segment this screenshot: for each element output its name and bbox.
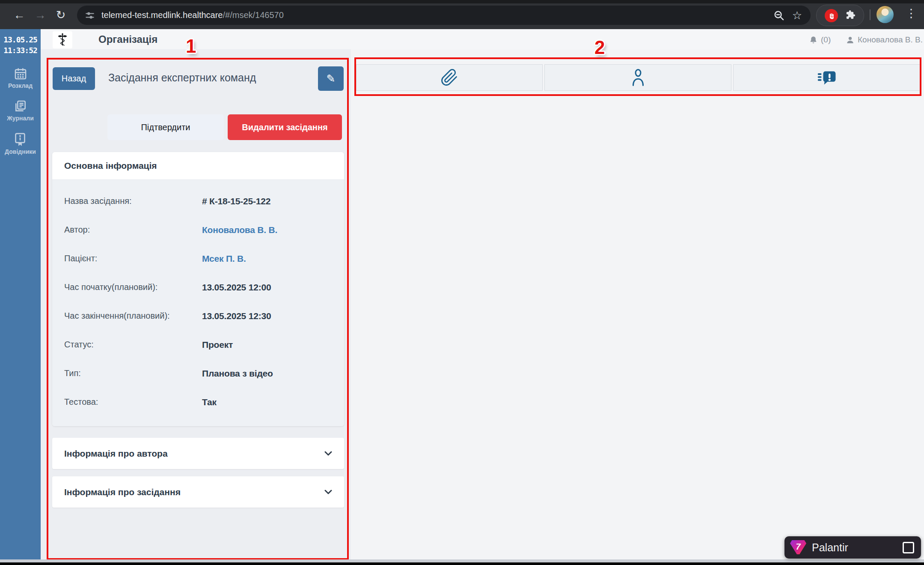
author-link[interactable]: Коновалова В. В.: [202, 225, 277, 235]
screen-bottom-edge: [0, 562, 924, 565]
chevron-down-icon: [324, 451, 332, 456]
clock-date: 13.05.25: [0, 34, 41, 45]
notifications-count: (0): [821, 35, 831, 45]
field-row: Час закінчення(плановий): 13.05.2025 12:…: [52, 302, 344, 330]
field-label: Час закінчення(плановий):: [52, 311, 202, 321]
card-title: Основна інформація: [52, 152, 344, 180]
extensions-icon[interactable]: [846, 10, 856, 21]
sidebar-item-journals[interactable]: Журнали: [7, 99, 34, 122]
bottom-scrollbar-track[interactable]: [0, 559, 924, 562]
field-row: Автор: Коновалова В. В.: [52, 215, 344, 244]
palantir-widget[interactable]: 7 Palantir: [784, 536, 921, 559]
annotation-number-1: 1: [186, 38, 196, 55]
field-value: 13.05.2025 12:00: [202, 282, 271, 293]
pencil-icon: ✎: [327, 72, 336, 85]
journals-icon: [13, 99, 28, 113]
meeting-title: Засідання експертних команд: [108, 72, 256, 84]
org-title: Організація: [98, 33, 157, 45]
sidebar-item-schedule[interactable]: Розклад: [8, 67, 33, 89]
app-header: [41, 29, 924, 49]
extensions-container: [816, 5, 864, 26]
app-logo[interactable]: [53, 31, 72, 48]
accordion-meeting-info[interactable]: Інформація про засідання: [52, 476, 344, 508]
field-value: Планова з відео: [202, 368, 273, 379]
browser-toolbar: ← → ↻ telemed-test.medlink.healthcare/#/…: [0, 0, 924, 30]
browser-reload-icon[interactable]: ↻: [52, 7, 69, 24]
bell-icon: [809, 36, 818, 45]
card-body: Назва засідання: # К-18-15-25-122 Автор:…: [52, 180, 344, 426]
browser-profile-avatar[interactable]: [876, 6, 894, 23]
field-label: Автор:: [52, 225, 202, 235]
chevron-down-icon: [324, 490, 332, 495]
tab-messages[interactable]: [733, 64, 921, 91]
edit-button[interactable]: ✎: [318, 66, 344, 91]
bookmark-star-icon[interactable]: ☆: [792, 9, 802, 22]
field-label: Пацієнт:: [52, 254, 202, 263]
confirm-button[interactable]: Підтвердити: [107, 114, 224, 140]
notifications-button[interactable]: (0): [809, 35, 831, 45]
user-name: Коновалова В. В.: [858, 35, 923, 45]
field-label: Тестова:: [52, 397, 202, 407]
sidebar-clock: 13.05.25 11:33:52: [0, 29, 41, 56]
reference-book-icon: [13, 132, 27, 146]
field-label: Статус:: [52, 340, 202, 350]
field-row: Тестова: Так: [52, 388, 344, 416]
palantir-logo-icon: 7: [790, 540, 806, 555]
clock-time: 11:33:52: [0, 45, 41, 56]
tab-attachments[interactable]: [356, 64, 543, 91]
back-button[interactable]: Назад: [53, 67, 95, 90]
site-info-icon[interactable]: [84, 10, 95, 21]
patient-link[interactable]: Мсек П. В.: [202, 254, 246, 264]
field-row: Статус: Проект: [52, 330, 344, 359]
url-bar[interactable]: telemed-test.medlink.healthcare/#/msek/1…: [77, 6, 811, 25]
browser-menu-icon[interactable]: ⋮: [905, 6, 918, 20]
browser-back-icon[interactable]: ←: [11, 7, 28, 24]
screen: ← → ↻ telemed-test.medlink.healthcare/#/…: [0, 0, 924, 565]
person-outline-icon: [628, 68, 648, 87]
sidebar-item-label: Журнали: [7, 115, 34, 122]
toolbar-divider: [870, 9, 871, 20]
zoom-icon[interactable]: [772, 9, 785, 22]
palantir-label: Palantir: [812, 541, 848, 554]
field-row: Час початку(плановий): 13.05.2025 12:00: [52, 273, 344, 302]
restore-window-icon[interactable]: [903, 542, 914, 553]
user-icon: [846, 36, 855, 45]
adblocker-icon[interactable]: [825, 9, 838, 22]
url-text: telemed-test.medlink.healthcare/#/msek/1…: [101, 10, 284, 20]
user-menu[interactable]: Коновалова В. В.: [846, 35, 923, 45]
field-row: Тип: Планова з відео: [52, 359, 344, 388]
field-label: Назва засідання:: [52, 196, 202, 206]
browser-forward-icon[interactable]: →: [32, 7, 49, 24]
sidebar: 13.05.25 11:33:52 Розклад: [0, 29, 41, 559]
delete-meeting-button[interactable]: Видалити засідання: [228, 114, 342, 140]
browser-tab-strip: [0, 0, 924, 3]
calendar-icon: [13, 67, 28, 81]
sidebar-item-label: Довідники: [5, 148, 36, 155]
caduceus-icon: [57, 33, 68, 47]
chat-alert-icon: [817, 69, 837, 87]
field-value: Так: [202, 397, 217, 407]
field-row: Назва засідання: # К-18-15-25-122: [52, 187, 344, 215]
main-info-card: Основна інформація Назва засідання: # К-…: [52, 152, 344, 426]
field-value: Проект: [202, 340, 233, 350]
paperclip-icon: [440, 68, 458, 87]
field-value: # К-18-15-25-122: [202, 196, 270, 206]
annotation-number-2: 2: [594, 39, 605, 56]
accordion-author-info[interactable]: Інформація про автора: [52, 438, 344, 469]
field-label: Тип:: [52, 368, 202, 378]
field-row: Пацієнт: Мсек П. В.: [52, 244, 344, 273]
field-value: 13.05.2025 12:30: [202, 311, 271, 321]
field-label: Час початку(плановий):: [52, 282, 202, 292]
tab-participants[interactable]: [544, 64, 731, 91]
sidebar-item-references[interactable]: Довідники: [5, 132, 36, 155]
sidebar-item-label: Розклад: [8, 82, 33, 89]
